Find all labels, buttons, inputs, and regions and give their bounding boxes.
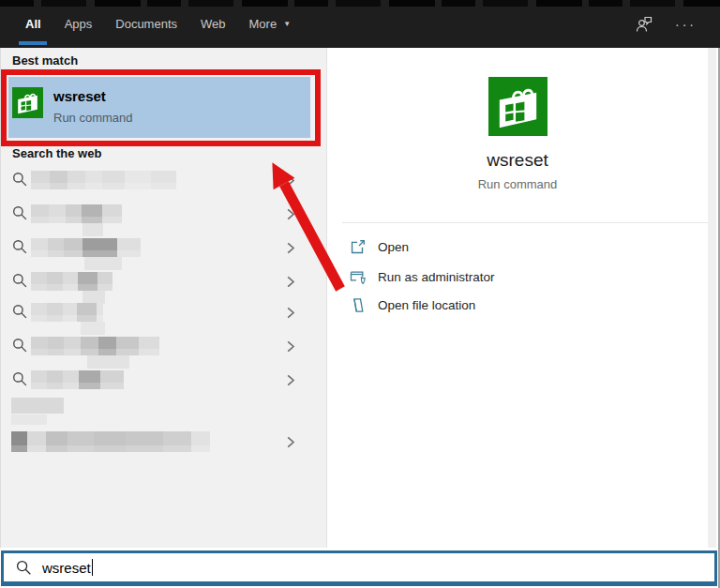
redacted-text-block	[63, 370, 79, 389]
redacted-text-block	[46, 431, 68, 452]
chevron-right-icon[interactable]	[286, 275, 295, 289]
action-label: Run as administrator	[378, 270, 495, 284]
more-options-icon[interactable]: ···	[675, 20, 697, 29]
redacted-text-block	[31, 238, 48, 257]
action-open[interactable]: Open	[327, 235, 709, 260]
redacted-section-label	[11, 415, 47, 425]
redacted-text-block	[63, 303, 77, 322]
chevron-right-icon[interactable]	[286, 339, 295, 354]
redacted-text-block	[66, 204, 82, 223]
web-suggestion-row[interactable]	[0, 198, 326, 230]
search-input[interactable]: wsreset	[1, 550, 717, 586]
best-match-subtitle: Run command	[53, 111, 133, 125]
window-left-border	[0, 48, 1, 548]
redacted-text-block	[47, 303, 63, 322]
magnifier-icon	[12, 371, 28, 387]
redacted-result-text	[11, 431, 210, 452]
web-suggestion-row[interactable]	[0, 164, 326, 196]
preview-panel: wsreset Run command OpenRun as administr…	[326, 48, 708, 548]
redacted-text-block	[98, 337, 116, 355]
preview-title: wsreset	[327, 150, 708, 171]
redacted-suggestion-text	[31, 204, 122, 223]
redacted-text-block	[139, 337, 159, 355]
web-suggestion-row[interactable]	[0, 296, 326, 328]
redacted-text-block	[48, 337, 64, 355]
feedback-icon[interactable]	[634, 14, 654, 35]
redacted-text-block	[102, 204, 122, 223]
text-cursor	[92, 559, 93, 576]
scrollbar-track[interactable]	[708, 48, 716, 548]
redacted-text-block	[102, 171, 125, 189]
redacted-text-block	[31, 204, 49, 223]
magnifier-icon	[12, 239, 28, 255]
search-icon	[16, 560, 32, 576]
web-suggestion-row[interactable]	[0, 265, 326, 297]
redacted-text-block	[31, 370, 47, 389]
redacted-text-block	[116, 337, 139, 355]
redacted-text-block	[48, 238, 64, 257]
magnifier-icon	[12, 273, 28, 289]
chevron-right-icon[interactable]	[286, 306, 295, 320]
redacted-text-block	[151, 171, 176, 189]
best-match-title: wsreset	[53, 88, 106, 104]
chevron-right-icon[interactable]	[286, 241, 295, 255]
chevron-right-icon[interactable]	[286, 207, 295, 221]
best-match-header: Best match	[12, 53, 78, 68]
magnifier-icon	[12, 172, 28, 188]
best-match-result[interactable]: wsreset Run command	[8, 77, 310, 138]
redacted-suggestion-text	[31, 171, 176, 189]
redacted-text-block	[97, 303, 103, 322]
web-suggestion-row[interactable]	[0, 330, 326, 362]
tab-documents[interactable]: Documents	[115, 0, 177, 48]
chevron-down-icon: ▼	[283, 20, 291, 28]
chevron-right-icon[interactable]	[286, 373, 295, 387]
results-panel: Best match wsreset Run command Search th…	[0, 48, 326, 548]
redacted-text-block	[31, 303, 47, 322]
tab-all[interactable]: All	[25, 0, 41, 48]
redacted-text-block	[191, 431, 210, 452]
redacted-text-block	[163, 431, 191, 452]
divider	[342, 222, 708, 223]
search-the-web-header: Search the web	[12, 146, 101, 160]
microsoft-store-icon	[12, 87, 43, 118]
chevron-right-icon[interactable]	[286, 435, 295, 449]
redacted-text-block	[47, 272, 63, 291]
redacted-text-block	[94, 431, 126, 452]
preview-subtitle: Run command	[327, 177, 708, 191]
redacted-text-block	[47, 370, 63, 389]
redacted-text-block	[31, 171, 50, 189]
tab-web[interactable]: Web	[201, 0, 226, 48]
app-result-row[interactable]	[0, 430, 326, 454]
redacted-text-block	[63, 272, 78, 291]
redacted-text-block	[98, 272, 112, 291]
redacted-text-block	[78, 272, 98, 291]
redacted-text-block	[117, 238, 141, 257]
topbar: AllAppsDocumentsWebMore▼ ···	[0, 0, 720, 48]
redacted-text-block	[79, 370, 100, 389]
action-run-as-administrator[interactable]: Run as administrator	[327, 265, 709, 290]
redacted-text-block	[100, 370, 124, 389]
redacted-text-block	[85, 171, 102, 189]
action-open-file-location[interactable]: Open file location	[327, 294, 709, 318]
redacted-section-label	[11, 398, 64, 414]
windows-search-window: AllAppsDocumentsWebMore▼ ··· Best match …	[0, 0, 720, 588]
search-query-text: wsreset	[42, 560, 91, 576]
redacted-text-block	[64, 337, 81, 355]
web-suggestion-row[interactable]	[0, 364, 326, 396]
redacted-text-block	[81, 337, 98, 355]
chevron-right-icon[interactable]	[286, 173, 295, 188]
redacted-text-block	[31, 272, 47, 291]
redacted-text-block	[82, 238, 117, 257]
redacted-text-block	[77, 303, 97, 322]
web-suggestion-row[interactable]	[0, 232, 326, 264]
redacted-suggestion-text	[31, 370, 124, 389]
redacted-text-block	[31, 337, 48, 355]
redacted-suggestion-text	[31, 272, 112, 291]
redacted-text-block	[68, 171, 85, 189]
action-label: Open file location	[378, 298, 475, 312]
redacted-text-block	[49, 204, 66, 223]
tab-apps[interactable]: Apps	[65, 0, 93, 48]
action-label: Open	[378, 240, 409, 254]
tab-more[interactable]: More▼	[249, 0, 292, 48]
redacted-text-block	[27, 431, 46, 452]
